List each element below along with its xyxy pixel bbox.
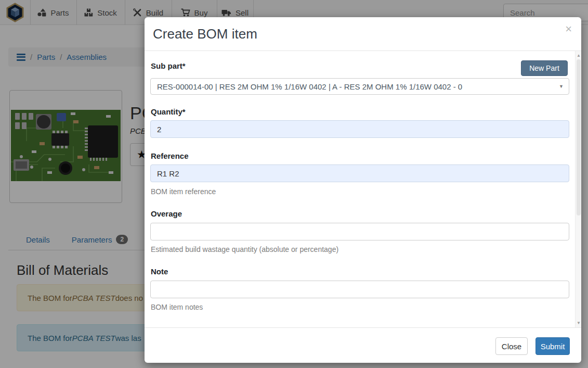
overage-input[interactable] [150, 223, 569, 240]
sub-part-label: Sub part* [151, 61, 186, 70]
close-icon[interactable]: × [565, 23, 572, 35]
reference-label: Reference [151, 151, 189, 160]
new-part-button[interactable]: New Part [521, 60, 568, 76]
create-bom-item-modal: Create BOM item × Sub part* New Part RES… [145, 17, 581, 363]
reference-input[interactable] [150, 164, 569, 182]
chevron-down-icon: ▼ [559, 84, 564, 89]
scroll-up-icon[interactable]: ▲ [576, 53, 582, 58]
modal-title: Create BOM item [153, 26, 257, 42]
overage-help-text: Estimated build wastage quantity (absolu… [151, 245, 338, 253]
reference-help-text: BOM item reference [151, 187, 216, 196]
note-label: Note [151, 267, 168, 276]
quantity-label: Quantity* [151, 107, 186, 116]
submit-button[interactable]: Submit [535, 337, 570, 355]
sub-part-selected-value: RES-000014-00 | RES 2M OHM 1% 1/16W 0402… [157, 82, 462, 91]
modal-scrollbar[interactable]: ▲ ▼ [575, 51, 581, 327]
note-input[interactable] [150, 281, 569, 298]
scrollbar-thumb[interactable] [577, 59, 581, 215]
sub-part-select[interactable]: RES-000014-00 | RES 2M OHM 1% 1/16W 0402… [150, 78, 569, 95]
modal-footer: Close Submit [145, 327, 581, 363]
quantity-input[interactable] [150, 120, 569, 138]
modal-header: Create BOM item × [145, 17, 581, 51]
close-button[interactable]: Close [495, 337, 528, 355]
scroll-down-icon[interactable]: ▼ [576, 321, 582, 325]
overage-label: Overage [151, 209, 182, 218]
note-help-text: BOM item notes [151, 303, 203, 311]
